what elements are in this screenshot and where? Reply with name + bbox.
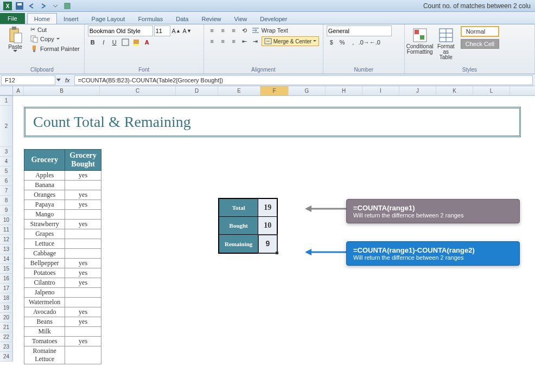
col-A[interactable]: A xyxy=(13,86,24,95)
align-bottom-icon[interactable]: ≡ xyxy=(229,25,239,35)
merge-center-button[interactable]: Merge & Center xyxy=(262,36,320,46)
grocery-cell[interactable]: Cabbage xyxy=(24,249,65,259)
excel-icon[interactable]: X xyxy=(2,1,13,11)
format-as-table-button[interactable]: Format as Table xyxy=(434,25,458,61)
wrap-text-button[interactable]: Wrap Text xyxy=(251,27,289,34)
underline-button[interactable]: U xyxy=(110,37,119,47)
col-J[interactable]: J xyxy=(399,86,436,95)
row-24[interactable]: 24 xyxy=(0,352,13,362)
bought-cell[interactable]: yes xyxy=(65,259,101,268)
cut-button[interactable]: ✂Cut xyxy=(29,25,81,34)
increase-font-icon[interactable]: A▲ xyxy=(171,26,181,36)
format-painter-button[interactable]: Format Painter xyxy=(29,44,81,53)
row-21[interactable]: 21 xyxy=(0,323,13,332)
tab-file[interactable]: File xyxy=(0,13,25,24)
conditional-formatting-button[interactable]: Conditional Formatting xyxy=(408,25,432,56)
grocery-cell[interactable]: Romaine Lettuce xyxy=(24,346,65,364)
font-size-select[interactable] xyxy=(154,25,170,36)
tab-view[interactable]: View xyxy=(228,14,254,24)
bought-cell[interactable] xyxy=(65,239,101,249)
tab-data[interactable]: Data xyxy=(169,14,195,24)
tab-review[interactable]: Review xyxy=(195,14,227,24)
bought-cell[interactable] xyxy=(65,210,101,220)
grocery-cell[interactable]: Potatoes xyxy=(24,268,65,278)
remaining-label[interactable]: Remaining xyxy=(219,235,258,254)
grocery-cell[interactable]: Strawberry xyxy=(24,220,65,229)
percent-icon[interactable]: % xyxy=(337,37,347,47)
col-I[interactable]: I xyxy=(362,86,399,95)
orientation-icon[interactable]: ⟲ xyxy=(240,25,250,35)
sheet-title-box[interactable]: Count Total & Remaining xyxy=(24,107,521,137)
row-18[interactable]: 18 xyxy=(0,293,13,303)
row-2[interactable]: 2 xyxy=(0,106,13,147)
bought-cell[interactable]: yes xyxy=(65,220,101,229)
grocery-cell[interactable]: Banana xyxy=(24,181,65,190)
style-normal[interactable]: Normal xyxy=(461,26,499,37)
bought-cell[interactable]: yes xyxy=(65,268,101,278)
indent-increase-icon[interactable]: ⇥ xyxy=(251,36,260,46)
bought-cell[interactable]: yes xyxy=(65,337,101,346)
bought-cell[interactable] xyxy=(65,181,101,190)
qat-extra-icon[interactable] xyxy=(62,1,73,11)
row-8[interactable]: 8 xyxy=(0,196,13,205)
bold-button[interactable]: B xyxy=(88,37,98,47)
align-center-icon[interactable]: ≡ xyxy=(218,36,228,46)
bought-cell[interactable]: yes xyxy=(65,190,101,200)
row-11[interactable]: 11 xyxy=(0,225,13,235)
tab-formulas[interactable]: Formulas xyxy=(131,14,169,24)
col-B[interactable]: B xyxy=(24,86,100,95)
font-name-select[interactable] xyxy=(88,25,153,36)
total-label[interactable]: Total xyxy=(219,198,258,217)
border-button[interactable] xyxy=(120,37,130,47)
grocery-cell[interactable]: Bellpepper xyxy=(24,259,65,268)
formula-input[interactable]: =COUNTA(B5:B23)-COUNTA(Table2[Grocery Bo… xyxy=(74,75,533,85)
row-23[interactable]: 23 xyxy=(0,342,13,352)
bought-cell[interactable] xyxy=(65,298,101,307)
grocery-cell[interactable]: Tomatoes xyxy=(24,337,65,346)
bought-cell[interactable]: yes xyxy=(65,317,101,327)
tab-page-layout[interactable]: Page Layout xyxy=(85,14,132,24)
select-all-corner[interactable] xyxy=(0,86,13,95)
number-format-select[interactable] xyxy=(327,25,392,36)
row-15[interactable]: 15 xyxy=(0,264,13,274)
bought-cell[interactable] xyxy=(65,229,101,239)
row-5[interactable]: 5 xyxy=(0,166,13,176)
col-F[interactable]: F xyxy=(260,86,289,95)
row-14[interactable]: 14 xyxy=(0,254,13,264)
row-22[interactable]: 22 xyxy=(0,332,13,342)
bought-cell[interactable] xyxy=(65,346,101,364)
row-7[interactable]: 7 xyxy=(0,186,13,196)
bought-cell[interactable]: yes xyxy=(65,200,101,210)
copy-button[interactable]: Copy xyxy=(29,35,81,43)
grocery-cell[interactable]: Mango xyxy=(24,210,65,220)
header-bought[interactable]: Grocery Bought xyxy=(65,150,101,171)
row-3[interactable]: 3 xyxy=(0,147,13,157)
row-10[interactable]: 10 xyxy=(0,215,13,225)
row-19[interactable]: 19 xyxy=(0,303,13,313)
row-4[interactable]: 4 xyxy=(0,157,13,166)
tab-home[interactable]: Home xyxy=(27,13,57,24)
align-left-icon[interactable]: ≡ xyxy=(207,36,217,46)
align-middle-icon[interactable]: ≡ xyxy=(218,25,228,35)
grocery-cell[interactable]: Lettuce xyxy=(24,239,65,249)
comma-icon[interactable]: , xyxy=(348,37,358,47)
col-C[interactable]: C xyxy=(100,86,176,95)
redo-icon[interactable] xyxy=(38,1,49,11)
save-icon[interactable] xyxy=(14,1,25,11)
bought-value[interactable]: 10 xyxy=(258,217,278,235)
increase-decimal-icon[interactable]: .0→ xyxy=(359,37,369,47)
remaining-value[interactable]: 9 xyxy=(258,235,278,254)
row-12[interactable]: 12 xyxy=(0,235,13,245)
row-16[interactable]: 16 xyxy=(0,274,13,284)
bought-cell[interactable]: yes xyxy=(65,278,101,288)
col-L[interactable]: L xyxy=(473,86,510,95)
qat-more-icon[interactable] xyxy=(50,1,61,11)
bought-label[interactable]: Bought xyxy=(219,217,258,235)
grocery-cell[interactable]: Watermelon xyxy=(24,298,65,307)
paste-button[interactable]: Paste xyxy=(3,25,27,53)
font-color-button[interactable]: A xyxy=(142,37,152,47)
namebox-dropdown-icon[interactable] xyxy=(56,79,61,82)
col-G[interactable]: G xyxy=(289,86,326,95)
col-E[interactable]: E xyxy=(218,86,260,95)
bought-cell[interactable] xyxy=(65,327,101,337)
